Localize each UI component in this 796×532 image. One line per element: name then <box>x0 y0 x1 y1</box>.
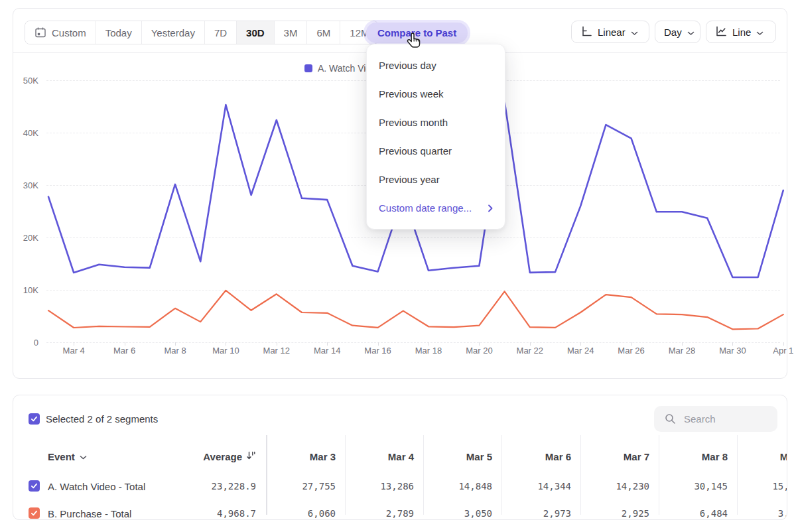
date-column-header: Mar 9 <box>780 451 787 462</box>
menu-item-previous-month[interactable]: Previous month <box>367 108 505 137</box>
table-value: 3,912 <box>778 508 787 519</box>
average-header-label: Average <box>203 451 242 462</box>
column-divider <box>266 435 267 515</box>
segment-checkbox-watch-video[interactable] <box>29 480 40 492</box>
menu-item-label: Previous day <box>379 51 436 80</box>
table-value: 15,417 <box>772 481 787 492</box>
column-divider <box>737 435 738 515</box>
legend-swatch <box>304 64 312 72</box>
table-value: 27,755 <box>302 481 336 492</box>
column-divider <box>345 435 346 515</box>
table-value: 14,344 <box>537 481 571 492</box>
date-column-header: Mar 5 <box>466 451 492 462</box>
column-divider <box>501 435 502 515</box>
select-all-segments-checkbox[interactable] <box>29 413 40 425</box>
menu-item-previous-quarter[interactable]: Previous quarter <box>367 137 505 165</box>
event-column-header[interactable]: Event <box>48 451 87 462</box>
search-input[interactable] <box>683 413 765 425</box>
chevron-down-icon <box>80 451 87 462</box>
menu-item-label: Previous quarter <box>379 137 452 165</box>
menu-item-label: Previous year <box>379 165 440 194</box>
menu-item-custom-date-range[interactable]: Custom date range... <box>367 194 505 222</box>
column-divider <box>659 435 659 515</box>
table-value: 2,973 <box>543 508 571 519</box>
average-column-header[interactable]: Average <box>203 451 256 462</box>
chevron-right-icon <box>488 204 493 212</box>
segments-table-card: Selected 2 of 2 segments Event Average M… <box>13 395 787 520</box>
search-icon <box>665 413 676 425</box>
date-column-header: Mar 7 <box>624 451 649 462</box>
table-value: 14,848 <box>458 481 492 492</box>
search-box[interactable] <box>654 406 777 432</box>
series-line-purchase <box>48 291 783 330</box>
analytics-page: CustomTodayYesterday7D30D3M6M12M Compare… <box>0 0 796 532</box>
table-value: 2,789 <box>386 508 414 519</box>
segment-checkbox-purchase[interactable] <box>29 507 40 519</box>
average-value: 4,968.7 <box>217 508 256 519</box>
date-column-header: Mar 4 <box>388 451 414 462</box>
table-value: 3,050 <box>464 508 492 519</box>
segment-row-label[interactable]: B. Purchase - Total <box>48 508 131 519</box>
menu-item-previous-day[interactable]: Previous day <box>367 51 505 80</box>
menu-item-label: Custom date range... <box>379 194 472 222</box>
table-value: 14,230 <box>616 481 649 492</box>
date-column-header: Mar 3 <box>310 451 336 462</box>
segment-row-label[interactable]: A. Watch Video - Total <box>48 481 145 492</box>
menu-item-label: Previous week <box>379 80 444 108</box>
sort-descending-icon[interactable] <box>246 451 256 462</box>
event-header-label: Event <box>48 451 75 462</box>
average-value: 23,228.9 <box>212 481 256 492</box>
date-column-header: Mar 8 <box>702 451 728 462</box>
table-value: 6,484 <box>700 508 728 519</box>
date-column-header: Mar 6 <box>545 451 571 462</box>
menu-item-previous-year[interactable]: Previous year <box>367 165 505 194</box>
menu-item-previous-week[interactable]: Previous week <box>367 80 505 108</box>
table-value: 30,145 <box>694 481 728 492</box>
table-value: 13,286 <box>380 481 414 492</box>
table-value: 2,925 <box>622 508 649 519</box>
table-value: 6,060 <box>308 508 336 519</box>
column-divider <box>580 435 581 515</box>
selected-segments-text: Selected 2 of 2 segments <box>46 413 158 425</box>
column-divider <box>423 435 424 515</box>
menu-item-label: Previous month <box>379 108 448 137</box>
compare-to-past-menu: Previous dayPrevious weekPrevious monthP… <box>366 44 505 230</box>
